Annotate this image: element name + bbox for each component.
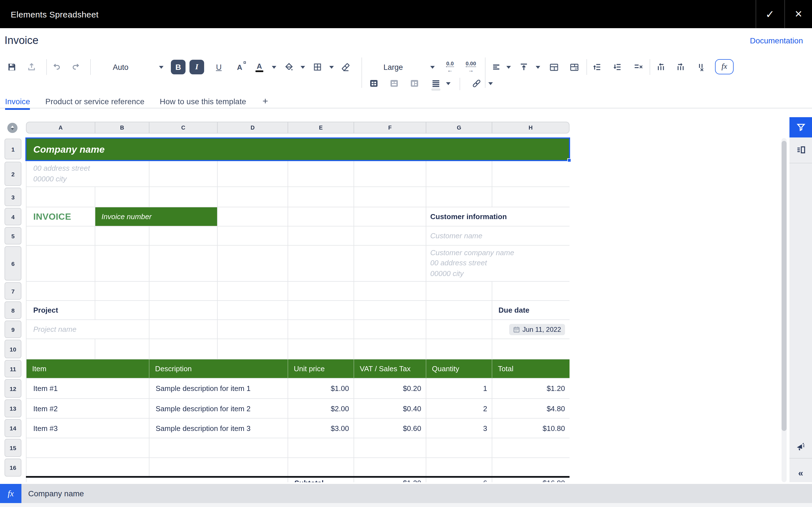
- cell[interactable]: [149, 458, 288, 478]
- column-header-g[interactable]: G: [426, 122, 492, 133]
- cell[interactable]: [354, 458, 426, 478]
- cell[interactable]: [492, 282, 569, 301]
- cell-project-name[interactable]: Project name: [27, 320, 149, 339]
- header-item[interactable]: Item: [27, 359, 149, 379]
- cell[interactable]: [354, 187, 426, 207]
- cell[interactable]: [149, 282, 218, 301]
- cell[interactable]: [149, 226, 218, 245]
- column-header-b[interactable]: B: [95, 122, 149, 133]
- row-header-13[interactable]: 13: [4, 399, 21, 417]
- cell-due-date-value[interactable]: Jun 11, 2022: [492, 320, 569, 339]
- cell[interactable]: [218, 339, 288, 359]
- row-header-3[interactable]: 3: [4, 187, 21, 206]
- cell[interactable]: [288, 438, 354, 458]
- cell-invoice-number[interactable]: Invoice number: [95, 207, 218, 226]
- merge-cells-button[interactable]: [548, 60, 560, 74]
- cell[interactable]: [288, 320, 354, 339]
- bold-button[interactable]: B: [171, 60, 186, 74]
- cell[interactable]: [218, 282, 288, 301]
- cell[interactable]: [218, 320, 288, 339]
- cell[interactable]: [288, 458, 354, 478]
- cell-qty-2[interactable]: 2: [426, 399, 492, 418]
- cell[interactable]: [354, 301, 426, 320]
- cell[interactable]: [218, 161, 288, 187]
- cell[interactable]: [354, 245, 426, 282]
- cell[interactable]: [27, 282, 95, 301]
- borders-button[interactable]: [312, 60, 323, 74]
- cell-total-1[interactable]: $1.20: [492, 379, 569, 399]
- row-header-12[interactable]: 12: [4, 379, 21, 398]
- row-header-10[interactable]: 10: [4, 340, 21, 358]
- tab-how-to-use[interactable]: How to use this template: [160, 94, 246, 108]
- cell[interactable]: [27, 458, 149, 478]
- cell[interactable]: [288, 226, 354, 245]
- cell-vat-3[interactable]: $0.60: [354, 418, 426, 438]
- cell[interactable]: [354, 207, 426, 226]
- row-header-2[interactable]: 2: [4, 162, 21, 186]
- cell[interactable]: [27, 478, 288, 482]
- cell[interactable]: [354, 226, 426, 245]
- italic-button[interactable]: I: [190, 60, 204, 74]
- row-header-8[interactable]: 8: [4, 301, 21, 319]
- cell[interactable]: [149, 301, 218, 320]
- cell-desc-2[interactable]: Sample description for item 2: [149, 399, 288, 418]
- redo-button[interactable]: [70, 60, 81, 74]
- delete-row-button[interactable]: [632, 60, 645, 74]
- row-header-14[interactable]: 14: [4, 419, 21, 437]
- cell-subtotal-label[interactable]: Subtotal: [288, 478, 354, 482]
- insert-column-right-button[interactable]: [675, 60, 686, 74]
- cell[interactable]: [492, 438, 569, 458]
- undo-button[interactable]: [51, 60, 62, 74]
- cell[interactable]: [218, 187, 288, 207]
- cell[interactable]: [288, 245, 354, 282]
- row-header-4[interactable]: 4: [4, 208, 21, 225]
- font-color-chevron[interactable]: [271, 60, 277, 74]
- row-header-11[interactable]: 11: [4, 360, 21, 378]
- cell-item-1[interactable]: Item #1: [27, 379, 149, 399]
- cell[interactable]: [218, 207, 288, 226]
- font-color-button[interactable]: A: [254, 60, 265, 74]
- cell[interactable]: [492, 339, 569, 359]
- merge-horizontal-button[interactable]: [389, 78, 400, 89]
- cell-price-3[interactable]: $3.00: [288, 418, 354, 438]
- borders-chevron[interactable]: [328, 60, 335, 74]
- select-all-button[interactable]: [7, 123, 17, 133]
- font-select-chevron[interactable]: [158, 60, 165, 74]
- side-panel-button[interactable]: [790, 137, 812, 162]
- cell-due-date-label[interactable]: Due date: [492, 301, 569, 320]
- cell-subtotal-total[interactable]: $16.80: [492, 478, 569, 482]
- header-total[interactable]: Total: [492, 359, 569, 379]
- collapse-sidebar-button[interactable]: «: [790, 461, 812, 486]
- announcements-button[interactable]: [790, 434, 812, 459]
- row-header-15[interactable]: 15: [4, 439, 21, 457]
- cell-qty-3[interactable]: 3: [426, 418, 492, 438]
- cell[interactable]: [426, 161, 492, 187]
- cell[interactable]: [27, 438, 149, 458]
- cell[interactable]: [288, 161, 354, 187]
- insert-row-below-button[interactable]: [612, 60, 623, 74]
- cell[interactable]: [354, 320, 426, 339]
- formula-toggle-button[interactable]: fx: [715, 59, 733, 74]
- fill-color-button[interactable]: [283, 60, 294, 74]
- cell-desc-1[interactable]: Sample description for item 1: [149, 379, 288, 399]
- horizontal-align-chevron[interactable]: [505, 60, 512, 74]
- header-vat[interactable]: VAT / Sales Tax: [354, 359, 426, 379]
- cell[interactable]: [149, 339, 218, 359]
- clear-format-button[interactable]: [340, 60, 352, 74]
- merge-vertical-button[interactable]: [409, 78, 420, 89]
- cell[interactable]: [492, 187, 569, 207]
- vertical-align-button[interactable]: [518, 60, 529, 74]
- fill-color-chevron[interactable]: [299, 60, 306, 74]
- add-sheet-button[interactable]: +: [262, 96, 268, 107]
- cell-vat-2[interactable]: $0.40: [354, 399, 426, 418]
- header-unit-price[interactable]: Unit price: [288, 359, 354, 379]
- row-header-16[interactable]: 16: [4, 459, 21, 476]
- cell[interactable]: [218, 301, 288, 320]
- cell[interactable]: [426, 339, 492, 359]
- cell-invoice-title[interactable]: INVOICE: [27, 207, 95, 226]
- table-format-button[interactable]: [568, 60, 580, 74]
- insert-column-left-button[interactable]: [655, 60, 666, 74]
- cell-company-address[interactable]: 00 address street 00000 city: [27, 161, 149, 187]
- close-button[interactable]: ×: [785, 0, 812, 28]
- cell[interactable]: [426, 187, 492, 207]
